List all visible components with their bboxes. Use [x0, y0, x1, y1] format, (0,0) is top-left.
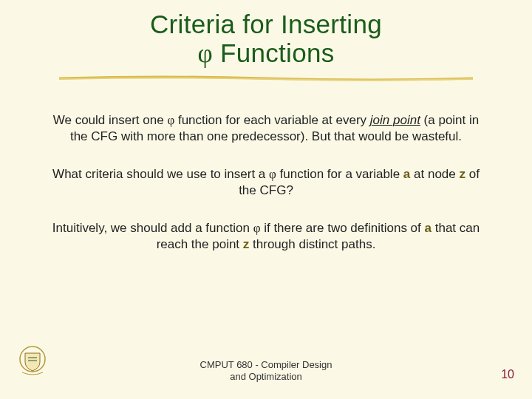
variable-a-2: a	[425, 221, 432, 235]
p1-t1: We could insert one	[53, 113, 168, 127]
paragraph-1: We could insert one φ function for each …	[44, 112, 488, 146]
footer-line2: and Optimization	[230, 371, 302, 382]
p3-t2: if there are two definitions of	[260, 221, 424, 235]
p2-t3: at node	[410, 167, 459, 181]
slide-title: Criteria for Inserting φ Functions	[0, 0, 532, 68]
paragraph-2: What criteria should we use to insert a …	[44, 166, 488, 200]
p3-phi: φ	[253, 221, 261, 235]
slide-footer: CMPUT 680 - Compiler Design and Optimiza…	[0, 359, 532, 383]
p2-t1: What criteria should we use to insert a	[52, 167, 269, 181]
title-line2: Functions	[213, 38, 334, 67]
paragraph-3: Intuitively, we should add a function φ …	[44, 220, 488, 253]
node-z: z	[459, 167, 466, 181]
p2-phi: φ	[269, 167, 276, 181]
title-underline	[59, 75, 473, 80]
p1-phi: φ	[167, 113, 174, 127]
title-line1: Criteria for Inserting	[150, 10, 382, 38]
p2-t2: function for a variable	[276, 167, 403, 181]
footer-line1: CMPUT 680 - Compiler Design	[200, 359, 332, 370]
slide-body: We could insert one φ function for each …	[0, 80, 532, 253]
p3-t4: through distinct paths.	[249, 237, 375, 251]
page-number: 10	[501, 368, 514, 381]
join-point-term: join point	[370, 113, 420, 127]
variable-a: a	[403, 167, 410, 181]
p1-t2: function for each variable at every	[174, 113, 370, 127]
p3-t1: Intuitively, we should add a function	[52, 221, 253, 235]
title-phi: φ	[198, 39, 214, 68]
